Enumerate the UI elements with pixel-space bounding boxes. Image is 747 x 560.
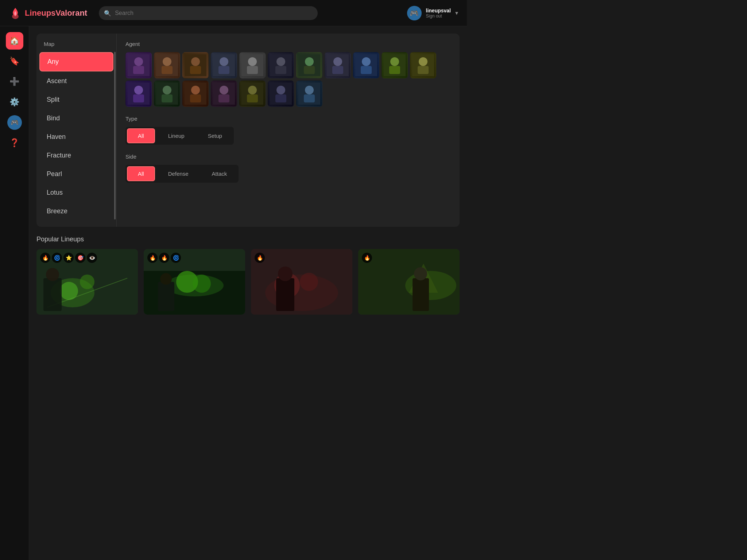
svg-point-2: [134, 57, 143, 66]
sign-out-link[interactable]: Sign out: [426, 13, 451, 19]
lineup-card-4[interactable]: 🔥: [358, 249, 460, 315]
svg-point-74: [278, 267, 293, 281]
lineup-card-1[interactable]: 🔥 🌀 ⭐ 🎯 👁️: [36, 249, 138, 315]
agent-b4[interactable]: [410, 52, 436, 78]
content-area: Map Any Ascent Split Bind Haven Fracture…: [29, 26, 467, 560]
svg-rect-67: [158, 282, 174, 311]
agent-c4[interactable]: [296, 81, 322, 107]
sidebar-item-profile[interactable]: 🎮: [6, 114, 23, 131]
card-icon: 🎯: [75, 253, 85, 263]
lineup-card-2[interactable]: 🔥 🔥 🌀: [144, 249, 245, 315]
card-icon: ⭐: [63, 253, 74, 263]
card-icon: 🔥: [159, 253, 169, 263]
map-item-split[interactable]: Split: [39, 91, 113, 109]
filter-right: Agent: [117, 34, 460, 227]
svg-rect-6: [162, 66, 173, 74]
svg-rect-12: [218, 66, 229, 74]
agent-a3[interactable]: [182, 52, 209, 78]
map-item-breeze[interactable]: Breeze: [39, 202, 113, 220]
type-label: Type: [125, 116, 451, 122]
svg-rect-73: [276, 278, 294, 311]
agent-c3[interactable]: [268, 81, 294, 107]
avatar: 🎮: [407, 6, 422, 20]
lineup-card-3[interactable]: 🔥: [251, 249, 352, 315]
card-3-icons: 🔥: [255, 253, 265, 263]
agent-c2[interactable]: [239, 81, 266, 107]
map-label: Map: [36, 39, 116, 51]
card-icon: 🔥: [147, 253, 158, 263]
user-area: 🎮 lineupsval Sign out ▾: [407, 6, 458, 20]
card-2-icons: 🔥 🔥 🌀: [147, 253, 181, 263]
svg-point-61: [46, 268, 59, 281]
sidebar-item-add[interactable]: ➕: [6, 73, 23, 90]
type-setup-button[interactable]: Setup: [198, 128, 232, 143]
scrollbar[interactable]: [114, 52, 116, 219]
svg-point-8: [191, 57, 200, 66]
svg-point-17: [276, 57, 285, 66]
map-list: Map Any Ascent Split Bind Haven Fracture…: [36, 34, 117, 227]
agent-b7[interactable]: [182, 81, 209, 107]
agent-c1[interactable]: [211, 81, 237, 107]
chevron-down-icon[interactable]: ▾: [455, 9, 458, 16]
popular-title: Popular Lineups: [36, 236, 460, 243]
svg-rect-54: [304, 94, 315, 102]
svg-rect-79: [413, 278, 429, 311]
agent-a1[interactable]: [125, 52, 152, 78]
sidebar: 🏠 🔖 ➕ ⚙️ 🎮 ❓: [0, 26, 29, 560]
agent-b1[interactable]: [325, 52, 351, 78]
sidebar-item-help[interactable]: ❓: [6, 134, 23, 152]
sidebar-item-bookmark[interactable]: 🔖: [6, 52, 23, 70]
agent-b3[interactable]: [382, 52, 408, 78]
sidebar-item-home[interactable]: 🏠: [6, 32, 23, 50]
svg-rect-15: [247, 66, 258, 74]
type-lineup-button[interactable]: Lineup: [158, 128, 195, 143]
svg-point-50: [276, 86, 285, 94]
svg-rect-45: [218, 94, 229, 102]
agent-a5[interactable]: [239, 52, 266, 78]
svg-rect-30: [389, 66, 400, 74]
main-layout: 🏠 🔖 ➕ ⚙️ 🎮 ❓ Map Any Ascent Split Bind H…: [0, 26, 467, 560]
side-label: Side: [125, 153, 451, 160]
agent-a4[interactable]: [211, 52, 237, 78]
map-item-any[interactable]: Any: [39, 52, 113, 71]
svg-point-35: [134, 86, 143, 94]
map-item-bind[interactable]: Bind: [39, 109, 113, 127]
svg-point-29: [390, 57, 399, 66]
svg-point-23: [333, 57, 342, 66]
svg-point-20: [305, 57, 314, 66]
svg-point-41: [191, 86, 200, 94]
svg-point-26: [362, 57, 371, 66]
map-item-haven[interactable]: Haven: [39, 128, 113, 146]
popular-section: Popular Lineups: [36, 236, 460, 315]
type-buttons: All Lineup Setup: [125, 127, 234, 145]
logo[interactable]: LineupsValorant: [9, 7, 87, 20]
svg-rect-51: [275, 94, 286, 102]
search-input[interactable]: [99, 6, 318, 20]
agent-a7[interactable]: [296, 52, 322, 78]
sidebar-item-settings[interactable]: ⚙️: [6, 93, 23, 111]
agent-b6[interactable]: [154, 81, 180, 107]
agent-a2[interactable]: [154, 52, 180, 78]
card-icon: 👁️: [87, 253, 97, 263]
svg-point-72: [300, 273, 318, 291]
map-item-lotus[interactable]: Lotus: [39, 184, 113, 202]
side-attack-button[interactable]: Attack: [202, 166, 237, 181]
svg-rect-36: [133, 94, 144, 102]
card-icon: 🌀: [171, 253, 181, 263]
map-item-ascent[interactable]: Ascent: [39, 72, 113, 90]
agent-b5[interactable]: [125, 81, 152, 107]
side-defense-button[interactable]: Defense: [158, 166, 199, 181]
map-item-pearl[interactable]: Pearl: [39, 165, 113, 183]
side-buttons: All Defense Attack: [125, 165, 239, 183]
svg-rect-18: [275, 66, 286, 74]
map-item-fracture[interactable]: Fracture: [39, 147, 113, 164]
type-all-button[interactable]: All: [127, 128, 155, 143]
username: lineupsval: [426, 8, 451, 13]
svg-point-80: [414, 267, 427, 280]
side-all-button[interactable]: All: [127, 166, 155, 181]
card-bg-3: [251, 249, 352, 315]
agent-grid: [125, 52, 451, 107]
agent-a6[interactable]: [268, 52, 294, 78]
card-icon: 🔥: [362, 253, 372, 263]
agent-b2[interactable]: [353, 52, 379, 78]
